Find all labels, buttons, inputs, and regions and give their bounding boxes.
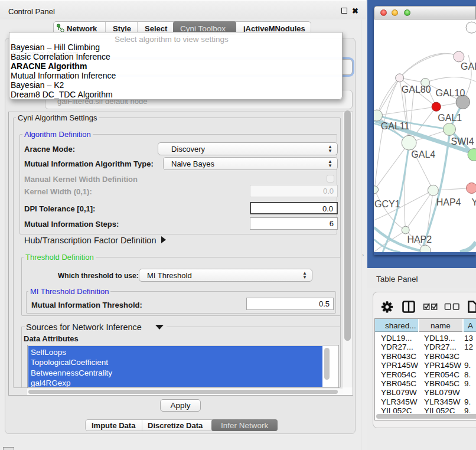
svg-text:HAP2: HAP2 — [407, 234, 432, 244]
svg-text:GAL11: GAL11 — [381, 121, 410, 131]
svg-text:GAL80: GAL80 — [402, 84, 431, 94]
svg-text:GAL10: GAL10 — [436, 88, 465, 98]
svg-text:SWI4: SWI4 — [451, 136, 474, 146]
svg-text:GCY1: GCY1 — [374, 199, 400, 209]
svg-text:YJR0: YJR0 — [472, 197, 476, 207]
svg-text:GAL1: GAL1 — [438, 113, 462, 123]
svg-text:HAP4: HAP4 — [436, 197, 461, 207]
svg-text:GAL7: GAL7 — [461, 61, 476, 71]
svg-text:GAL4: GAL4 — [411, 149, 435, 159]
